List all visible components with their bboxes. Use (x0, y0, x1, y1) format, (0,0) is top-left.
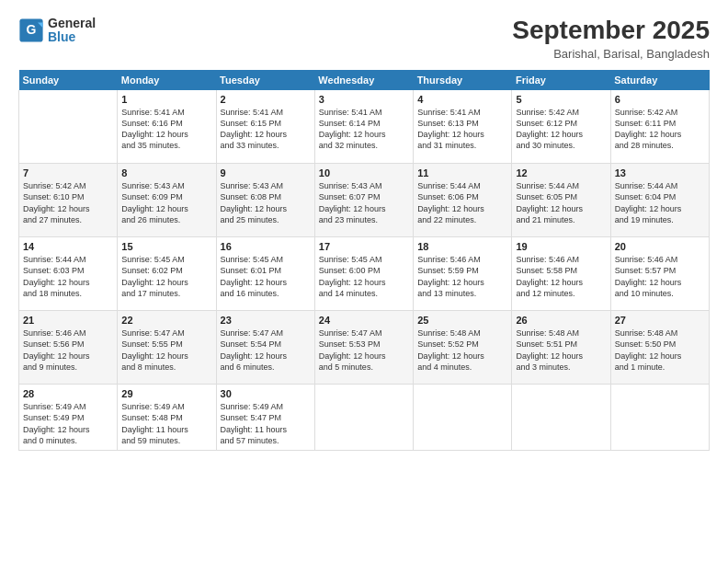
table-row: 3Sunrise: 5:41 AMSunset: 6:14 PMDaylight… (314, 90, 413, 164)
col-saturday: Saturday (610, 70, 709, 90)
day-number: 14 (23, 241, 113, 252)
table-row: 20Sunrise: 5:46 AMSunset: 5:57 PMDayligh… (610, 237, 709, 311)
day-info: Sunrise: 5:48 AMSunset: 5:50 PMDaylight:… (615, 327, 705, 373)
col-sunday: Sunday (19, 70, 118, 90)
day-info: Sunrise: 5:47 AMSunset: 5:53 PMDaylight:… (319, 327, 409, 373)
header: G General Blue September 2025 Barishal, … (18, 17, 710, 61)
month-title: September 2025 (512, 17, 710, 45)
title-section: September 2025 Barishal, Barisal, Bangla… (512, 17, 710, 61)
day-info: Sunrise: 5:45 AMSunset: 6:00 PMDaylight:… (319, 254, 409, 299)
day-info: Sunrise: 5:47 AMSunset: 5:55 PMDaylight:… (121, 327, 211, 373)
day-info: Sunrise: 5:44 AMSunset: 6:03 PMDaylight:… (23, 254, 113, 299)
day-info: Sunrise: 5:49 AMSunset: 5:48 PMDaylight:… (121, 401, 211, 446)
col-friday: Friday (512, 70, 610, 90)
day-info: Sunrise: 5:42 AMSunset: 6:12 PMDaylight:… (516, 107, 606, 152)
table-row: 1Sunrise: 5:41 AMSunset: 6:16 PMDaylight… (118, 90, 216, 164)
day-number: 18 (417, 241, 507, 252)
table-row: 27Sunrise: 5:48 AMSunset: 5:50 PMDayligh… (610, 311, 709, 385)
day-number: 28 (23, 388, 113, 399)
table-row: 30Sunrise: 5:49 AMSunset: 5:47 PMDayligh… (216, 385, 314, 451)
day-number: 29 (121, 388, 211, 399)
table-row: 12Sunrise: 5:44 AMSunset: 6:05 PMDayligh… (512, 164, 610, 237)
day-number: 3 (319, 94, 409, 105)
day-number: 4 (417, 94, 507, 105)
day-info: Sunrise: 5:45 AMSunset: 6:01 PMDaylight:… (221, 254, 311, 299)
day-number: 12 (516, 167, 606, 178)
day-info: Sunrise: 5:46 AMSunset: 5:56 PMDaylight:… (23, 327, 113, 373)
day-info: Sunrise: 5:41 AMSunset: 6:16 PMDaylight:… (121, 107, 211, 152)
page: G General Blue September 2025 Barishal, … (0, 0, 728, 563)
table-row: 21Sunrise: 5:46 AMSunset: 5:56 PMDayligh… (19, 311, 118, 385)
table-row: 16Sunrise: 5:45 AMSunset: 6:01 PMDayligh… (216, 237, 314, 311)
day-number: 23 (221, 315, 311, 326)
table-row: 6Sunrise: 5:42 AMSunset: 6:11 PMDaylight… (610, 90, 709, 164)
table-row: 19Sunrise: 5:46 AMSunset: 5:58 PMDayligh… (512, 237, 610, 311)
day-info: Sunrise: 5:45 AMSunset: 6:02 PMDaylight:… (121, 254, 211, 299)
table-row: 10Sunrise: 5:43 AMSunset: 6:07 PMDayligh… (314, 164, 413, 237)
table-row: 17Sunrise: 5:45 AMSunset: 6:00 PMDayligh… (314, 237, 413, 311)
table-row: 26Sunrise: 5:48 AMSunset: 5:51 PMDayligh… (512, 311, 610, 385)
day-number: 6 (615, 94, 705, 105)
day-info: Sunrise: 5:48 AMSunset: 5:52 PMDaylight:… (417, 327, 507, 373)
day-number: 20 (615, 241, 705, 252)
table-row (414, 385, 512, 451)
day-number: 10 (319, 167, 409, 178)
table-row: 25Sunrise: 5:48 AMSunset: 5:52 PMDayligh… (414, 311, 512, 385)
day-number: 17 (319, 241, 409, 252)
day-number: 22 (121, 315, 211, 326)
table-row: 15Sunrise: 5:45 AMSunset: 6:02 PMDayligh… (118, 237, 216, 311)
table-row (512, 385, 610, 451)
day-number: 16 (221, 241, 311, 252)
table-row: 28Sunrise: 5:49 AMSunset: 5:49 PMDayligh… (19, 385, 118, 451)
day-number: 9 (221, 167, 311, 178)
day-number: 27 (615, 315, 705, 326)
logo: G General Blue (18, 17, 96, 45)
day-info: Sunrise: 5:49 AMSunset: 5:47 PMDaylight:… (221, 401, 311, 446)
col-tuesday: Tuesday (216, 70, 314, 90)
day-info: Sunrise: 5:43 AMSunset: 6:08 PMDaylight:… (221, 180, 311, 225)
table-row: 14Sunrise: 5:44 AMSunset: 6:03 PMDayligh… (19, 237, 118, 311)
table-row: 8Sunrise: 5:43 AMSunset: 6:09 PMDaylight… (118, 164, 216, 237)
day-info: Sunrise: 5:41 AMSunset: 6:13 PMDaylight:… (417, 107, 507, 152)
day-info: Sunrise: 5:42 AMSunset: 6:10 PMDaylight:… (23, 180, 113, 225)
day-number: 26 (516, 315, 606, 326)
day-info: Sunrise: 5:46 AMSunset: 5:57 PMDaylight:… (615, 254, 705, 299)
location: Barishal, Barisal, Bangladesh (512, 47, 710, 61)
day-info: Sunrise: 5:44 AMSunset: 6:06 PMDaylight:… (417, 180, 507, 225)
day-number: 19 (516, 241, 606, 252)
table-row (314, 385, 413, 451)
day-number: 21 (23, 315, 113, 326)
table-row: 4Sunrise: 5:41 AMSunset: 6:13 PMDaylight… (414, 90, 512, 164)
table-row (19, 90, 118, 164)
day-number: 5 (516, 94, 606, 105)
day-info: Sunrise: 5:49 AMSunset: 5:49 PMDaylight:… (23, 401, 113, 446)
day-info: Sunrise: 5:41 AMSunset: 6:15 PMDaylight:… (221, 107, 311, 152)
table-row: 11Sunrise: 5:44 AMSunset: 6:06 PMDayligh… (414, 164, 512, 237)
day-info: Sunrise: 5:47 AMSunset: 5:54 PMDaylight:… (221, 327, 311, 373)
col-thursday: Thursday (414, 70, 512, 90)
day-number: 2 (221, 94, 311, 105)
day-info: Sunrise: 5:46 AMSunset: 5:58 PMDaylight:… (516, 254, 606, 299)
day-info: Sunrise: 5:46 AMSunset: 5:59 PMDaylight:… (417, 254, 507, 299)
table-row: 13Sunrise: 5:44 AMSunset: 6:04 PMDayligh… (610, 164, 709, 237)
table-row: 22Sunrise: 5:47 AMSunset: 5:55 PMDayligh… (118, 311, 216, 385)
day-info: Sunrise: 5:41 AMSunset: 6:14 PMDaylight:… (319, 107, 409, 152)
day-number: 1 (121, 94, 211, 105)
table-row: 24Sunrise: 5:47 AMSunset: 5:53 PMDayligh… (314, 311, 413, 385)
logo-blue: Blue (48, 30, 96, 44)
header-row: Sunday Monday Tuesday Wednesday Thursday… (19, 70, 710, 90)
day-number: 30 (221, 388, 311, 399)
table-row: 23Sunrise: 5:47 AMSunset: 5:54 PMDayligh… (216, 311, 314, 385)
day-info: Sunrise: 5:43 AMSunset: 6:07 PMDaylight:… (319, 180, 409, 225)
table-row (610, 385, 709, 451)
table-row: 5Sunrise: 5:42 AMSunset: 6:12 PMDaylight… (512, 90, 610, 164)
day-number: 13 (615, 167, 705, 178)
day-info: Sunrise: 5:43 AMSunset: 6:09 PMDaylight:… (121, 180, 211, 225)
logo-icon: G (18, 17, 44, 43)
day-number: 8 (121, 167, 211, 178)
table-row: 2Sunrise: 5:41 AMSunset: 6:15 PMDaylight… (216, 90, 314, 164)
day-info: Sunrise: 5:48 AMSunset: 5:51 PMDaylight:… (516, 327, 606, 373)
logo-general: General (48, 17, 96, 30)
col-wednesday: Wednesday (314, 70, 413, 90)
day-info: Sunrise: 5:42 AMSunset: 6:11 PMDaylight:… (615, 107, 705, 152)
